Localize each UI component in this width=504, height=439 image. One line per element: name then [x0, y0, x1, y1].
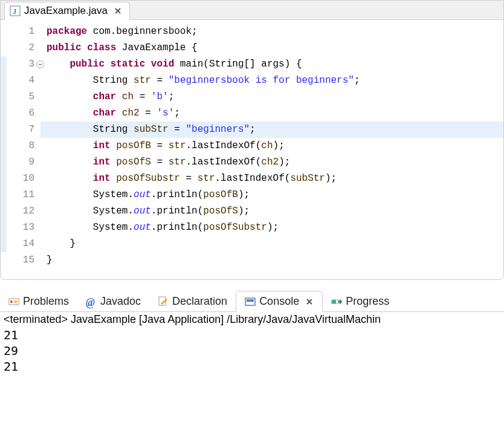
line-number: 15	[1, 252, 40, 268]
console-output[interactable]: 212921	[4, 327, 500, 374]
code-line[interactable]: int posOfS = str.lastIndexOf(ch2);	[40, 154, 503, 171]
tab-label: Javadoc	[100, 295, 141, 308]
line-number-gutter: 123456789101112131415	[1, 24, 40, 268]
line-number: 5	[1, 89, 40, 105]
close-icon[interactable]	[305, 298, 314, 306]
line-number: 3	[1, 56, 40, 73]
code-line[interactable]: package com.beginnersbook;	[40, 24, 503, 40]
tab-label: Declaration	[172, 295, 227, 308]
file-tab-label: JavaExample.java	[24, 5, 108, 17]
tab-label: Progress	[346, 295, 389, 308]
line-number: 13	[1, 219, 40, 236]
line-number: 12	[1, 203, 40, 219]
java-file-icon: J	[10, 5, 21, 16]
svg-point-4	[15, 300, 18, 303]
console-icon	[245, 296, 256, 307]
line-number: 9	[1, 154, 40, 171]
code-line[interactable]: public static void main(String[] args) {	[40, 56, 503, 73]
code-body[interactable]: package com.beginnersbook;public class J…	[40, 24, 503, 268]
code-line[interactable]: int posOfSubstr = str.lastIndexOf(subStr…	[40, 171, 503, 187]
code-line[interactable]: char ch = 'b';	[40, 89, 503, 105]
editor-pane: J JavaExample.java 123456789101112131415…	[0, 0, 504, 280]
code-line[interactable]: }	[40, 252, 503, 268]
line-number: 8	[1, 138, 40, 154]
declaration-icon	[158, 296, 169, 307]
javadoc-icon: @	[86, 296, 97, 307]
fold-toggle-icon[interactable]	[36, 60, 44, 68]
line-number: 4	[1, 73, 40, 89]
tab-label: Problems	[23, 295, 69, 308]
line-number: 1	[1, 24, 40, 40]
svg-rect-7	[247, 299, 254, 302]
svg-point-3	[10, 301, 13, 303]
tab-label: Console	[259, 295, 299, 308]
problems-icon	[8, 296, 19, 307]
line-number: 7	[1, 122, 40, 138]
svg-rect-9	[332, 300, 336, 304]
svg-text:J: J	[13, 7, 17, 16]
code-line[interactable]: char ch2 = 's';	[40, 105, 503, 122]
code-line[interactable]: System.out.println(posOfB);	[40, 187, 503, 203]
console-line: 29	[4, 343, 500, 359]
editor-tab-strip: J JavaExample.java	[1, 1, 503, 20]
code-area[interactable]: 123456789101112131415 package com.beginn…	[1, 20, 503, 279]
line-number: 10	[1, 171, 40, 187]
code-line[interactable]: String subStr = "beginners";	[40, 122, 503, 138]
file-tab[interactable]: J JavaExample.java	[4, 2, 130, 20]
code-line[interactable]: int posOfB = str.lastIndexOf(ch);	[40, 138, 503, 154]
view-tabs: Problems @ Javadoc Declaration Console	[0, 291, 504, 312]
tab-javadoc[interactable]: @ Javadoc	[77, 291, 149, 311]
line-number: 11	[1, 187, 40, 203]
code-line[interactable]: }	[40, 236, 503, 252]
code-line[interactable]: System.out.println(posOfS);	[40, 203, 503, 219]
console-line: 21	[4, 327, 500, 343]
code-line[interactable]: String str = "beginnersbook is for begin…	[40, 73, 503, 89]
code-line[interactable]: System.out.println(posOfSubstr);	[40, 219, 503, 236]
console-status: <terminated> JavaExample [Java Applicati…	[4, 313, 500, 326]
console-line: 21	[4, 359, 500, 374]
tab-progress[interactable]: Progress	[323, 291, 398, 311]
progress-icon	[331, 296, 342, 307]
bottom-pane: Problems @ Javadoc Declaration Console	[0, 291, 504, 382]
close-icon[interactable]	[114, 7, 122, 15]
console-body: <terminated> JavaExample [Java Applicati…	[0, 312, 504, 382]
code-line[interactable]: public class JavaExample {	[40, 40, 503, 56]
line-number: 6	[1, 105, 40, 122]
tab-console[interactable]: Console	[236, 291, 323, 312]
line-number: 2	[1, 40, 40, 56]
tab-declaration[interactable]: Declaration	[149, 291, 236, 311]
line-number: 14	[1, 236, 40, 252]
tab-problems[interactable]: Problems	[0, 291, 77, 311]
